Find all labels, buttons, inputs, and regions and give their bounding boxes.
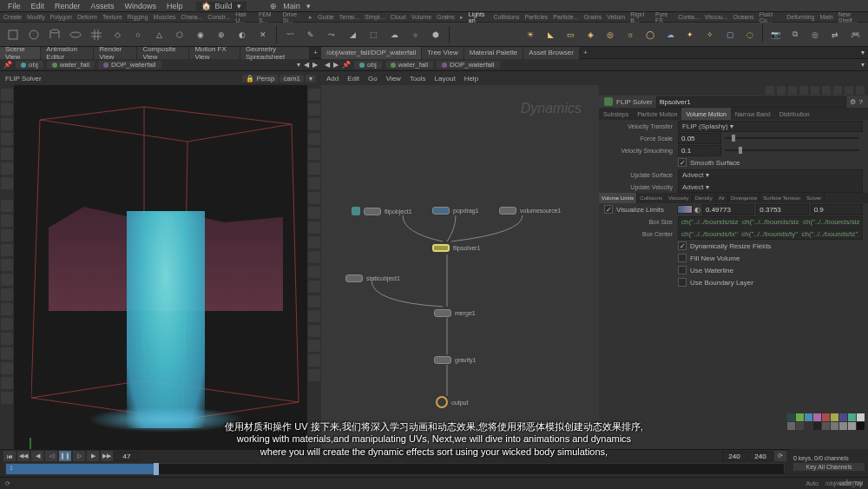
force-scale-slider[interactable] [725, 137, 859, 139]
shelftab[interactable]: Rigid B... [630, 11, 650, 23]
light-portal-icon[interactable]: ▢ [720, 24, 740, 45]
node-merge[interactable]: merge1 [434, 309, 476, 317]
end-frame-input2[interactable] [748, 452, 773, 461]
tool-icon[interactable] [1, 288, 13, 301]
fill-volume-checkbox[interactable] [678, 254, 687, 262]
display-option-icon[interactable] [308, 89, 320, 101]
stab-viscosity[interactable]: Viscosity [666, 193, 693, 203]
tool-generic[interactable]: ○ [128, 24, 148, 45]
gear-icon[interactable]: ⚙ [850, 98, 856, 106]
menu-file[interactable]: File [3, 2, 25, 10]
shelftab-lights[interactable]: Lights an [469, 11, 489, 23]
pause-button[interactable]: ❚❚ [59, 451, 71, 461]
menu-windows[interactable]: Windows [121, 2, 161, 10]
menu-edit[interactable]: Edit [27, 2, 49, 10]
param-tool-icon[interactable] [845, 86, 853, 95]
tool-icon[interactable] [1, 244, 13, 256]
realtime-toggle[interactable]: ⟳ [774, 451, 786, 461]
update-velocity-dropdown[interactable]: Advect ▾ [678, 182, 863, 193]
prev-key-button[interactable]: ◀◀ [17, 451, 30, 461]
netmenu-help[interactable]: Help [464, 75, 478, 83]
shelftab[interactable]: Hair U... [235, 11, 253, 23]
node-gravity[interactable]: gravity1 [434, 356, 477, 364]
color-swatch[interactable] [822, 413, 830, 421]
tab-render-view[interactable]: Render View [94, 47, 136, 59]
box-center-input[interactable] [678, 228, 863, 240]
stab-surface-tension[interactable]: Surface Tension [760, 193, 804, 203]
shelftab[interactable]: Muscles [154, 14, 176, 20]
velocity-smoothing-slider[interactable] [725, 149, 859, 151]
display-option-icon[interactable] [308, 148, 320, 160]
shelftab[interactable]: Grains [584, 14, 602, 20]
node-name-input[interactable] [656, 96, 846, 108]
color-swatch[interactable] [848, 422, 856, 430]
shelftab[interactable]: Terrai... [339, 14, 359, 20]
tool-generic[interactable]: ☁ [385, 24, 404, 45]
key-all-button[interactable]: Key All Channels [793, 463, 865, 471]
camera-switcher-icon[interactable]: ⇄ [825, 24, 845, 45]
shelftab[interactable]: Polygon [50, 14, 72, 20]
tool-box[interactable] [3, 24, 23, 45]
network-editor[interactable]: Dynamics flipobject1 popdrag1 volumesour… [321, 85, 599, 464]
current-frame-input[interactable] [115, 452, 139, 461]
color-swatch[interactable] [839, 413, 847, 421]
update-surface-dropdown[interactable]: Advect ▾ [678, 169, 863, 181]
tool-curve[interactable]: 〰 [280, 24, 299, 45]
shelftab[interactable]: Rigging [128, 14, 148, 20]
color-swatch[interactable] [787, 422, 795, 430]
tab-material-palette[interactable]: Material Palette [464, 47, 523, 59]
shelftab[interactable]: Collisions [494, 14, 520, 20]
breadcrumb-dop[interactable]: DOP_waterfall [437, 61, 500, 69]
tool-icon[interactable] [1, 148, 13, 160]
velocity-smoothing-input[interactable] [678, 145, 721, 156]
color-swatch[interactable] [805, 413, 812, 421]
ptab-particle-motion[interactable]: Particle Motion [633, 108, 681, 120]
shelftab[interactable]: Deform [77, 14, 97, 20]
tab-motionfx[interactable]: Motion FX View [189, 47, 240, 59]
shelftab[interactable]: Particle... [553, 14, 578, 20]
tool-draw[interactable]: ✎ [301, 24, 320, 45]
prev-frame-button[interactable]: ◁ [45, 451, 57, 461]
stab-divergence[interactable]: Divergence [728, 193, 760, 203]
back-icon[interactable]: ◀ [325, 61, 330, 69]
shelftab[interactable]: Modify [27, 14, 45, 20]
netmenu-tools[interactable]: Tools [410, 75, 426, 83]
light-geo-icon[interactable]: ◈ [581, 24, 600, 45]
tab-anim-editor[interactable]: Animation Editor [41, 47, 93, 59]
light-sky-icon[interactable]: ☁ [661, 24, 680, 45]
param-tool-icon[interactable] [811, 86, 819, 95]
node-output[interactable]: output [436, 396, 468, 408]
vis-val-input[interactable] [756, 204, 808, 215]
vis-val-input[interactable] [811, 204, 863, 215]
tool-icon[interactable] [1, 362, 13, 374]
select-tool-icon[interactable] [1, 89, 13, 101]
camera-selector[interactable]: cam1 [279, 75, 304, 83]
ptab-substeps[interactable]: Substeps [599, 108, 633, 120]
color-swatch[interactable] [677, 205, 693, 214]
tool-torus[interactable] [66, 24, 85, 45]
pane-menu-icon[interactable]: ▾ [858, 49, 868, 56]
alpha-icon[interactable]: ◐ [694, 206, 700, 214]
velocity-transfer-dropdown[interactable]: FLIP (Splashy) ▾ [678, 121, 863, 132]
shelftab[interactable]: Simpl... [365, 14, 385, 20]
color-swatch[interactable] [796, 413, 804, 421]
pin-icon[interactable]: 📌 [342, 61, 351, 69]
tool-generic[interactable]: ◢ [343, 24, 362, 45]
param-tool-icon[interactable] [766, 86, 774, 95]
timeline-cursor[interactable] [154, 463, 159, 475]
display-option-icon[interactable] [308, 236, 320, 248]
ptab-volume-motion[interactable]: Volume Motion [681, 108, 730, 120]
display-option-icon[interactable] [308, 310, 320, 322]
light-distant-icon[interactable]: ☼ [621, 24, 640, 45]
light-point-icon[interactable]: ☀ [521, 24, 540, 45]
color-swatch[interactable] [857, 422, 865, 430]
netmenu-layout[interactable]: Layout [435, 75, 456, 83]
tool-icon[interactable] [1, 347, 13, 360]
node-flipsolver[interactable]: flipsolver1 [432, 244, 481, 252]
play-back-button[interactable]: ◀ [31, 451, 43, 461]
tool-path[interactable]: ⤳ [322, 24, 341, 45]
path-fwd-icon[interactable]: ▶ [312, 61, 318, 69]
display-option-icon[interactable] [308, 266, 320, 278]
tool-generic[interactable]: ⬢ [426, 24, 445, 45]
shelftab-create[interactable]: Create [3, 14, 22, 20]
